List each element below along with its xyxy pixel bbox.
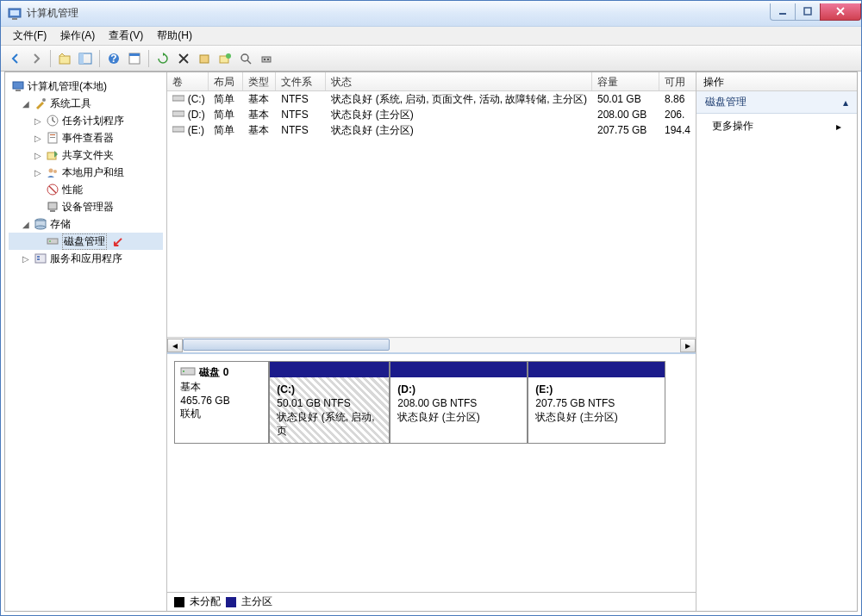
action-button[interactable] [216,49,234,68]
perf-icon [46,183,59,196]
menu-help[interactable]: 帮助(H) [150,27,199,45]
show-hide-tree-button[interactable] [76,49,95,68]
navigation-tree[interactable]: 计算机管理(本地) ◢ 系统工具 ▷任务计划程序▷事件查看器▷共享文件夹▷本地用… [5,72,167,611]
delete-button[interactable] [174,49,193,68]
col-layout[interactable]: 布局 [209,72,243,90]
svg-point-18 [267,59,269,60]
actions-more[interactable]: 更多操作 ▸ [696,114,857,139]
svg-rect-42 [172,127,184,132]
drive-icon [172,109,184,117]
scroll-right-button[interactable]: ▸ [680,339,696,352]
device-icon [46,200,59,214]
disk-info-box[interactable]: 磁盘 0 基本 465.76 GB 联机 [174,361,269,444]
tree-item[interactable]: 设备管理器 [9,198,163,215]
svg-rect-2 [12,18,17,20]
share-icon [46,148,59,162]
col-type[interactable]: 类型 [243,72,276,90]
menu-view[interactable]: 查看(V) [102,27,150,45]
tree-systools[interactable]: ◢ 系统工具 [9,95,163,112]
svg-point-34 [35,226,46,229]
maximize-button[interactable] [795,3,821,21]
tree-storage[interactable]: ◢ 存储 [9,215,163,233]
tree-item[interactable]: ▷共享文件夹 [9,146,163,164]
volume-row[interactable]: (D:)简单基本NTFS状态良好 (主分区)208.00 GB206. [167,107,696,122]
help-button[interactable]: ? [104,49,123,68]
svg-rect-39 [37,258,40,260]
actions-header: 操作 [696,72,857,91]
tree-root[interactable]: 计算机管理(本地) [9,78,163,95]
svg-point-27 [49,169,53,173]
annotation-arrow: ↙ [112,233,123,250]
disk-state: 联机 [180,407,263,421]
expand-icon[interactable]: ▷ [33,151,43,160]
minimize-button[interactable] [770,3,796,21]
actions-section[interactable]: 磁盘管理 ▴ [696,91,857,114]
expand-icon[interactable]: ▷ [33,134,43,143]
expand-icon[interactable]: ▷ [21,254,31,264]
disk-graphical-view: 磁盘 0 基本 465.76 GB 联机 (C:)50.01 GB NTFS状态… [167,352,696,611]
computer-icon [11,79,25,93]
svg-point-17 [264,59,265,60]
menu-action[interactable]: 操作(A) [53,27,102,45]
tree-services[interactable]: ▷ 服务和应用程序 [9,250,163,267]
scroll-left-button[interactable]: ◂ [167,339,183,352]
svg-rect-11 [129,53,140,56]
users-icon [46,165,59,179]
tree-item[interactable]: 性能 [9,181,163,198]
tools-icon [34,96,47,110]
expand-icon[interactable]: ▷ [33,116,43,126]
partition-box[interactable]: (E:)207.75 GB NTFS状态良好 (主分区) [528,361,665,444]
forward-button[interactable] [27,49,46,68]
col-free[interactable]: 可用 [659,72,696,90]
export-button[interactable] [195,49,214,68]
toolbar: ? [1,46,861,72]
expand-icon[interactable]: ▷ [33,168,43,177]
svg-rect-30 [48,202,57,209]
tree-diskmgmt[interactable]: 磁盘管理 ↙ [9,233,163,250]
svg-rect-38 [37,256,40,258]
refresh-button[interactable] [153,49,172,68]
col-capacity[interactable]: 容量 [592,72,659,90]
clock-icon [46,114,59,128]
back-button[interactable] [6,49,25,68]
svg-rect-3 [779,13,786,15]
services-icon [34,252,47,265]
disk-icon [46,234,59,248]
tree-item[interactable]: ▷任务计划程序 [9,112,163,129]
menu-file[interactable]: 文件(F) [6,27,53,45]
svg-point-36 [49,240,51,242]
volume-list-header: 卷 布局 类型 文件系统 状态 容量 可用 [167,72,696,91]
volume-row[interactable]: (C:)简单基本NTFS状态良好 (系统, 启动, 页面文件, 活动, 故障转储… [167,91,696,107]
svg-rect-41 [172,111,184,116]
collapse-icon[interactable]: ◢ [21,220,31,229]
collapse-icon[interactable]: ◢ [21,99,31,109]
storage-icon [34,217,47,231]
tree-item[interactable]: ▷事件查看器 [9,129,163,146]
tree-item[interactable]: ▷本地用户和组 [9,164,163,181]
svg-rect-7 [79,53,84,64]
col-status[interactable]: 状态 [326,72,592,90]
event-icon [46,131,59,145]
close-button[interactable] [820,3,861,21]
app-icon [8,7,22,21]
col-volume[interactable]: 卷 [167,72,209,90]
svg-rect-25 [50,137,55,138]
scroll-thumb[interactable] [183,339,390,351]
settings-button[interactable] [257,49,276,68]
drive-icon [172,124,184,133]
partition-box[interactable]: (C:)50.01 GB NTFS状态良好 (系统, 启动, 页 [269,361,390,444]
legend-unalloc-label: 未分配 [190,594,221,609]
properties-button[interactable] [125,49,144,68]
horizontal-scrollbar[interactable]: ◂ ▸ [167,337,696,352]
volume-row[interactable]: (E:)简单基本NTFS状态良好 (主分区)207.75 GB194.4 [167,122,696,138]
svg-point-28 [53,170,57,173]
col-fs[interactable]: 文件系统 [276,72,326,90]
volume-list[interactable]: 卷 布局 类型 文件系统 状态 容量 可用 (C:)简单基本NTFS状态良好 (… [167,72,696,337]
titlebar: 计算机管理 [1,1,861,27]
up-button[interactable] [55,49,74,68]
legend-unalloc-swatch [174,597,184,607]
find-button[interactable] [236,49,255,68]
svg-rect-4 [804,8,811,15]
partition-box[interactable]: (D:)208.00 GB NTFS状态良好 (主分区) [390,361,528,444]
svg-rect-24 [50,134,55,135]
